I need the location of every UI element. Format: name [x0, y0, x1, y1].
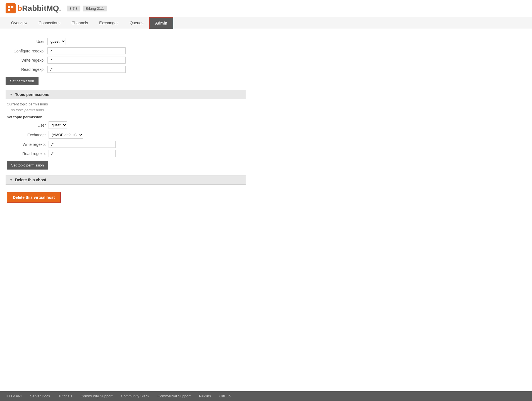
logo-icon [6, 3, 16, 13]
topic-read-row: Read regexp: [7, 150, 245, 157]
logo: bRabbitMQ. [6, 3, 61, 13]
delete-vhost-content: Delete this virtual host [6, 187, 246, 225]
topic-user-row: User guest [7, 121, 245, 129]
nav-exchanges[interactable]: Exchanges [94, 17, 124, 28]
delete-vhost-title: Delete this vhost [15, 178, 46, 182]
topic-permissions-content: Current topic permissions ... no topic p… [6, 102, 246, 170]
svg-rect-1 [11, 6, 13, 8]
configure-input[interactable] [47, 47, 126, 54]
nav-overview[interactable]: Overview [6, 17, 33, 28]
permissions-form: User guest Configure regexp: Write regex… [6, 38, 246, 85]
topic-write-row: Write regexp: [7, 141, 245, 148]
delete-vhost-section-header: ▼ Delete this vhost [6, 175, 246, 185]
read-row: Read regexp: [6, 66, 246, 73]
set-topic-permission-button[interactable]: Set topic permission [7, 161, 48, 170]
main-nav: Overview Connections Channels Exchanges … [0, 17, 532, 29]
nav-queues[interactable]: Queues [124, 17, 149, 28]
nav-admin[interactable]: Admin [149, 17, 174, 29]
set-permission-button[interactable]: Set permission [6, 77, 39, 85]
read-label: Read regexp: [6, 67, 45, 72]
svg-rect-0 [8, 6, 10, 8]
no-permissions-text: ... no topic permissions ... [7, 108, 245, 112]
erlang-badge: Erlang 21.1 [83, 6, 107, 11]
write-input[interactable] [47, 57, 126, 64]
topic-write-label: Write regexp: [7, 142, 46, 147]
read-input[interactable] [47, 66, 126, 73]
topic-write-input[interactable] [49, 141, 116, 148]
nav-channels[interactable]: Channels [66, 17, 94, 28]
delete-arrow-icon: ▼ [9, 178, 13, 182]
topic-read-label: Read regexp: [7, 151, 46, 156]
configure-label: Configure regexp: [6, 49, 45, 53]
app-header: bRabbitMQ. 3.7.8 Erlang 21.1 [0, 0, 532, 17]
topic-exchange-row: Exchange: (AMQP default) [7, 131, 245, 139]
main-content: User guest Configure regexp: Write regex… [0, 29, 251, 231]
topic-permissions-title: Topic permissions [15, 92, 49, 97]
topic-user-select[interactable]: guest [49, 121, 67, 129]
write-row: Write regexp: [6, 57, 246, 64]
nav-connections[interactable]: Connections [33, 17, 66, 28]
set-topic-label: Set topic permission [7, 115, 245, 119]
logo-text: bRabbitMQ. [17, 4, 61, 13]
topic-read-input[interactable] [49, 150, 116, 157]
user-select[interactable]: guest [47, 38, 66, 45]
topic-arrow-icon: ▼ [9, 93, 13, 96]
configure-row: Configure regexp: [6, 47, 246, 54]
topic-exchange-select[interactable]: (AMQP default) [49, 131, 83, 139]
topic-exchange-label: Exchange: [7, 133, 46, 137]
topic-permissions-section-header: ▼ Topic permissions [6, 90, 246, 99]
svg-rect-2 [8, 9, 10, 11]
user-row: User guest [6, 38, 246, 45]
topic-user-label: User [7, 123, 46, 127]
delete-virtual-host-button[interactable]: Delete this virtual host [7, 192, 61, 203]
current-topic-label: Current topic permissions [7, 102, 245, 106]
user-label: User [6, 39, 45, 44]
version-badge: 3.7.8 [67, 6, 80, 11]
write-label: Write regexp: [6, 58, 45, 62]
